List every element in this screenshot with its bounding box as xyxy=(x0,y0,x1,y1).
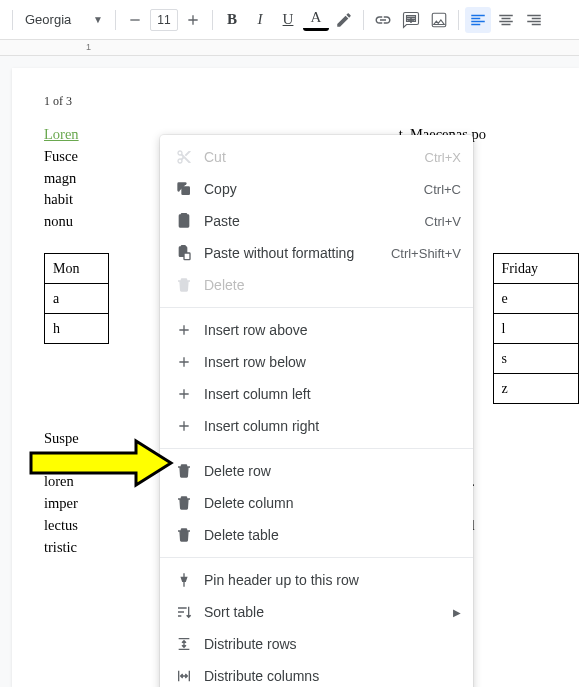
menu-label: Delete xyxy=(204,277,461,293)
table-cell[interactable]: l xyxy=(493,313,578,343)
menu-delete-row[interactable]: Delete row xyxy=(160,455,473,487)
svg-rect-5 xyxy=(184,253,190,260)
table-header-cell[interactable]: Friday xyxy=(493,253,578,283)
menu-delete: Delete xyxy=(160,269,473,301)
menu-distribute-cols[interactable]: Distribute columns xyxy=(160,660,473,687)
link-text[interactable]: Loren xyxy=(44,126,79,142)
arrow-annotation xyxy=(26,438,176,491)
menu-label: Paste without formatting xyxy=(204,245,391,261)
font-size-input[interactable] xyxy=(150,9,178,31)
trash-icon xyxy=(172,527,196,543)
menu-separator xyxy=(160,307,473,308)
font-family-select[interactable]: Georgia ▼ xyxy=(19,7,109,33)
menu-label: Pin header up to this row xyxy=(204,572,461,588)
menu-separator xyxy=(160,448,473,449)
font-size-decrease[interactable] xyxy=(122,7,148,33)
cut-icon xyxy=(172,149,196,165)
align-left-button[interactable] xyxy=(465,7,491,33)
svg-rect-2 xyxy=(181,214,186,217)
menu-insert-row-above[interactable]: Insert row above xyxy=(160,314,473,346)
insert-link-button[interactable] xyxy=(370,7,396,33)
menu-sort-table[interactable]: Sort table ▶ xyxy=(160,596,473,628)
font-family-value: Georgia xyxy=(25,12,71,27)
underline-button[interactable]: U xyxy=(275,7,301,33)
plus-icon xyxy=(172,322,196,338)
paste-icon xyxy=(172,213,196,229)
menu-paste-plain[interactable]: Paste without formatting Ctrl+Shift+V xyxy=(160,237,473,269)
table-header-cell[interactable]: Mon xyxy=(45,253,109,283)
menu-shortcut: Ctrl+V xyxy=(425,214,461,229)
table-cell[interactable]: z xyxy=(493,373,578,403)
distribute-rows-icon xyxy=(172,636,196,652)
table-cell[interactable]: s xyxy=(493,343,578,373)
align-center-button[interactable] xyxy=(493,7,519,33)
table-cell[interactable]: e xyxy=(493,283,578,313)
menu-shortcut: Ctrl+Shift+V xyxy=(391,246,461,261)
context-menu: Cut Ctrl+X Copy Ctrl+C Paste Ctrl+V Past… xyxy=(160,135,473,687)
align-right-button[interactable] xyxy=(521,7,547,33)
menu-distribute-rows[interactable]: Distribute rows xyxy=(160,628,473,660)
insert-comment-button[interactable] xyxy=(398,7,424,33)
menu-label: Distribute rows xyxy=(204,636,461,652)
highlight-button[interactable] xyxy=(331,7,357,33)
pin-icon xyxy=(172,572,196,588)
menu-label: Sort table xyxy=(204,604,453,620)
menu-insert-row-below[interactable]: Insert row below xyxy=(160,346,473,378)
menu-shortcut: Ctrl+X xyxy=(425,150,461,165)
svg-rect-0 xyxy=(182,187,189,194)
svg-rect-4 xyxy=(181,246,185,248)
menu-label: Delete column xyxy=(204,495,461,511)
menu-copy[interactable]: Copy Ctrl+C xyxy=(160,173,473,205)
menu-label: Paste xyxy=(204,213,425,229)
menu-insert-col-left[interactable]: Insert column left xyxy=(160,378,473,410)
menu-shortcut: Ctrl+C xyxy=(424,182,461,197)
chevron-right-icon: ▶ xyxy=(453,607,461,618)
table-cell[interactable]: h xyxy=(45,313,109,343)
distribute-cols-icon xyxy=(172,668,196,684)
sort-icon xyxy=(172,604,196,620)
menu-label: Delete row xyxy=(204,463,461,479)
toolbar: Georgia ▼ B I U A xyxy=(0,0,579,40)
text-color-button[interactable]: A xyxy=(303,9,329,31)
menu-label: Insert row below xyxy=(204,354,461,370)
table-cell[interactable]: a xyxy=(45,283,109,313)
menu-insert-col-right[interactable]: Insert column right xyxy=(160,410,473,442)
trash-icon xyxy=(172,277,196,293)
plus-icon xyxy=(172,354,196,370)
plus-icon xyxy=(172,386,196,402)
menu-pin-header[interactable]: Pin header up to this row xyxy=(160,564,473,596)
menu-label: Delete table xyxy=(204,527,461,543)
menu-label: Insert column left xyxy=(204,386,461,402)
dropdown-caret-icon: ▼ xyxy=(93,14,103,25)
menu-label: Cut xyxy=(204,149,425,165)
menu-paste[interactable]: Paste Ctrl+V xyxy=(160,205,473,237)
page-number: 1 of 3 xyxy=(44,94,72,109)
trash-icon xyxy=(172,495,196,511)
plus-icon xyxy=(172,418,196,434)
menu-cut: Cut Ctrl+X xyxy=(160,141,473,173)
menu-delete-col[interactable]: Delete column xyxy=(160,487,473,519)
bold-button[interactable]: B xyxy=(219,7,245,33)
copy-icon xyxy=(172,181,196,197)
insert-image-button[interactable] xyxy=(426,7,452,33)
paste-plain-icon xyxy=(172,245,196,261)
menu-label: Copy xyxy=(204,181,424,197)
ruler: 1 xyxy=(0,40,579,56)
italic-button[interactable]: I xyxy=(247,7,273,33)
menu-label: Insert column right xyxy=(204,418,461,434)
menu-delete-table[interactable]: Delete table xyxy=(160,519,473,551)
menu-label: Distribute columns xyxy=(204,668,461,684)
font-size-increase[interactable] xyxy=(180,7,206,33)
menu-label: Insert row above xyxy=(204,322,461,338)
menu-separator xyxy=(160,557,473,558)
